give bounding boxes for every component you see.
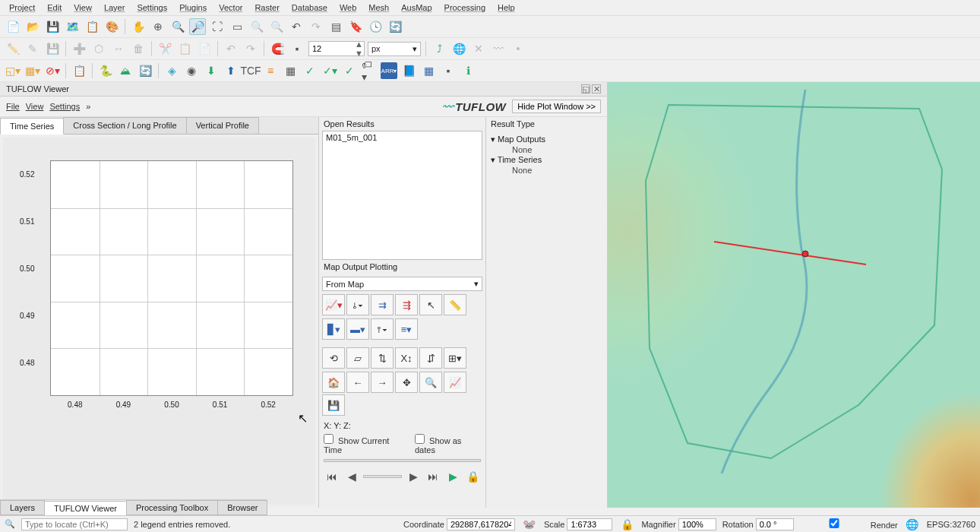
time-slider-2[interactable] (363, 475, 402, 478)
epsg-label[interactable]: EPSG:32760 (927, 520, 975, 529)
save-edits-icon[interactable]: 💾 (44, 40, 61, 57)
back-icon[interactable]: ← (346, 372, 369, 393)
arr-icon[interactable]: ARR▾ (381, 62, 397, 79)
copy-icon[interactable]: 📋 (176, 40, 193, 57)
select-features-icon[interactable]: ◱▾ (5, 62, 21, 79)
new-bookmark-icon[interactable]: 🔖 (347, 18, 364, 35)
terminal-icon[interactable]: ▪ (440, 62, 457, 79)
open-results-list[interactable]: M01_5m_001 (322, 131, 482, 260)
show-current-time-checkbox[interactable]: Show Current Time (324, 434, 406, 454)
step-last-icon[interactable]: ⏭ (425, 468, 441, 485)
home-icon[interactable]: 🏠 (322, 372, 345, 393)
subplot-icon[interactable]: 📈 (444, 372, 466, 393)
new-project-icon[interactable]: 📄 (5, 18, 21, 35)
result-type-tree[interactable]: ▾ Map Outputs None ▾ Time Series None (486, 131, 607, 178)
result-item[interactable]: M01_5m_001 (326, 133, 479, 142)
forward-icon[interactable]: → (371, 372, 394, 393)
vert-profile-icon[interactable]: ⫯▾ (371, 318, 394, 340)
close-icon[interactable]: ✕ (592, 84, 601, 93)
lock-scale-icon[interactable]: 🔒 (618, 516, 635, 533)
refresh2-icon[interactable]: 🔄 (137, 62, 153, 79)
panel-more[interactable]: » (86, 102, 90, 111)
edit-icon[interactable]: ✎ (24, 40, 41, 57)
identify-icon[interactable]: ℹ (460, 62, 476, 79)
tab-time-series[interactable]: Time Series (0, 118, 64, 135)
tab-vertical-profile[interactable]: Vertical Profile (186, 117, 259, 134)
upload-icon[interactable]: ⬆ (223, 62, 239, 79)
delete-icon[interactable]: 🗑 (130, 40, 147, 57)
matrix-icon[interactable]: ▦ (420, 62, 437, 79)
save-icon[interactable]: 💾 (44, 18, 61, 35)
menu-raster[interactable]: Raster (250, 2, 283, 14)
menu-processing[interactable]: Processing (440, 2, 490, 14)
pencil-icon[interactable]: ✏️ (5, 40, 21, 57)
menu-web[interactable]: Web (335, 2, 361, 14)
y-axis-icon[interactable]: ⇅ (371, 347, 394, 369)
bottom-tab-layers[interactable]: Layers (0, 500, 45, 515)
depth-avg-icon[interactable]: ▬▾ (346, 318, 369, 340)
add-feature-icon[interactable]: ➕ (71, 40, 87, 57)
download-icon[interactable]: ⬇ (203, 62, 220, 79)
step-fwd-icon[interactable]: ▶ (405, 468, 422, 485)
vertex-tool-icon[interactable]: ⬡ (90, 40, 107, 57)
menu-help[interactable]: Help (493, 2, 520, 14)
menu-settings[interactable]: Settings (132, 2, 172, 14)
plugin2-icon[interactable]: ◉ (183, 62, 200, 79)
panel-file[interactable]: File (6, 102, 20, 111)
select-by-value-icon[interactable]: ▦▾ (24, 62, 41, 79)
snap-icon[interactable]: 🧲 (269, 40, 286, 57)
model-icon[interactable]: ⛰ (117, 62, 134, 79)
trace-icon[interactable]: 〰 (490, 40, 507, 57)
step-back-icon[interactable]: ◀ (343, 468, 360, 485)
cursor-icon[interactable]: ↖ (419, 294, 442, 315)
dock-controls[interactable]: ◱✕ (581, 84, 601, 93)
plot-source-combo[interactable]: From Map▾ (322, 277, 482, 291)
zoom-native-icon[interactable]: 🔍 (268, 18, 285, 35)
refresh-icon[interactable]: 🔄 (387, 18, 403, 35)
open-project-icon[interactable]: 📂 (24, 18, 41, 35)
tab-cross-section[interactable]: Cross Section / Long Profile (63, 117, 186, 134)
flow-plot-icon[interactable]: ⇉ (371, 294, 394, 315)
tcf-icon[interactable]: TCF (242, 62, 259, 79)
play-icon[interactable]: ▶ (444, 468, 461, 485)
render-checkbox[interactable]: Render (800, 518, 898, 530)
tree-time-series[interactable]: ▾ Time Series (491, 154, 602, 166)
menu-plugins[interactable]: Plugins (175, 2, 211, 14)
hide-plot-window-button[interactable]: Hide Plot Window >> (512, 100, 601, 113)
snap-vertex-icon[interactable]: • (510, 40, 526, 57)
crs-icon[interactable]: 🌐 (904, 516, 921, 533)
zoom-layer-icon[interactable]: 🔍 (248, 18, 265, 35)
menu-view[interactable]: View (69, 2, 96, 14)
paste-icon[interactable]: 📄 (196, 40, 213, 57)
show-as-dates-checkbox[interactable]: Show as dates (415, 434, 481, 454)
bottom-tab-tuflow[interactable]: TUFLOW Viewer (44, 501, 127, 516)
snap-tool-icon[interactable]: ▪ (289, 40, 305, 57)
settings-icon[interactable]: ⊞▾ (444, 347, 466, 369)
menu-database[interactable]: Database (287, 2, 332, 14)
flow-regime-icon[interactable]: ⇶ (395, 294, 418, 315)
ruler-icon[interactable]: 📏 (444, 294, 466, 315)
menu-edit[interactable]: Edit (43, 2, 66, 14)
check-icon[interactable]: ✓ (302, 62, 318, 79)
zoom-plot-icon[interactable]: 🔍 (419, 372, 442, 393)
zoom-in-icon[interactable]: 🔍 (169, 18, 186, 35)
zoom-full-icon[interactable]: ⛶ (209, 18, 226, 35)
python-console-icon[interactable]: 🐍 (97, 62, 114, 79)
clear-plot-icon[interactable]: ▱ (346, 347, 369, 369)
new-print-layout-icon[interactable]: 🗺️ (64, 18, 81, 35)
cs-plot-icon[interactable]: ⫰▾ (346, 294, 369, 315)
topology-icon[interactable]: ⤴ (431, 40, 447, 57)
map-canvas[interactable] (608, 82, 980, 508)
redo-icon[interactable]: ↷ (242, 40, 259, 57)
sec-axis-icon[interactable]: ⇵ (419, 347, 442, 369)
clipboard-icon[interactable]: 📋 (71, 62, 87, 79)
panel-settings[interactable]: Settings (49, 102, 80, 111)
undock-icon[interactable]: ◱ (581, 84, 590, 93)
pan-icon[interactable]: ✋ (130, 18, 147, 35)
label-tool-icon[interactable]: 🏷▾ (361, 62, 378, 79)
move-feature-icon[interactable]: ↔ (110, 40, 127, 57)
curtain-plot-icon[interactable]: ▊▾ (322, 318, 345, 340)
rotation-input[interactable] (756, 518, 794, 530)
panel-view[interactable]: View (26, 102, 44, 111)
menu-mesh[interactable]: Mesh (364, 2, 394, 14)
